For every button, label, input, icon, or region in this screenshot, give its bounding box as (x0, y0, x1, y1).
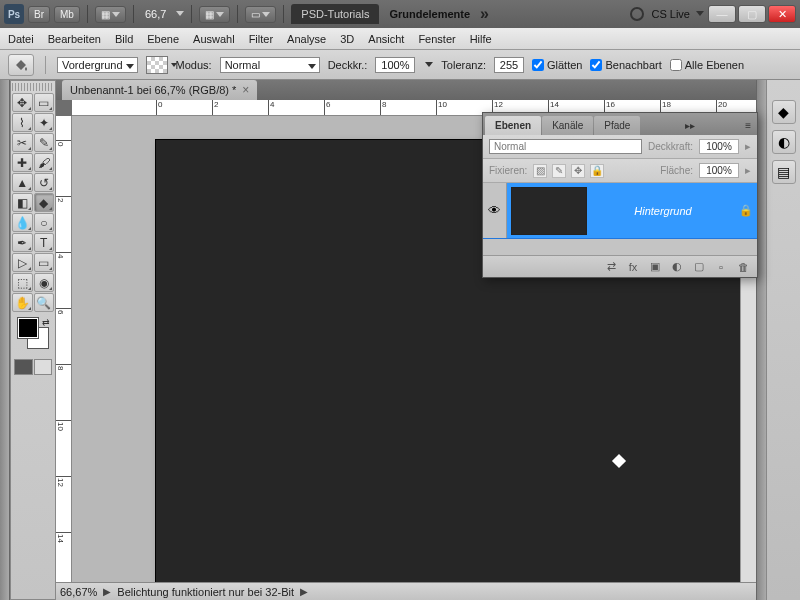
layer-blend-mode-dropdown[interactable]: Normal (489, 139, 642, 154)
pattern-swatch[interactable] (146, 56, 168, 74)
brush-tool[interactable]: 🖌 (34, 153, 55, 172)
stamp-tool[interactable]: ▲ (12, 173, 33, 192)
eraser-tool[interactable]: ◧ (12, 193, 33, 212)
left-dock-strip[interactable] (0, 80, 10, 600)
workspace-tab[interactable]: Grundelemente (383, 8, 476, 20)
all-layers-checkbox[interactable]: Alle Ebenen (670, 59, 744, 71)
3d-camera-tool[interactable]: ◉ (34, 273, 55, 292)
hand-tool[interactable]: ✋ (12, 293, 33, 312)
layer-group-icon[interactable]: ▢ (691, 260, 707, 274)
paintbucket-tool[interactable]: ◆ (34, 193, 55, 212)
shape-tool[interactable]: ▭ (34, 253, 55, 272)
mode-label: Modus: (176, 59, 212, 71)
layer-lock-icon[interactable]: 🔒 (735, 204, 757, 217)
menu-ansicht[interactable]: Ansicht (368, 33, 404, 45)
panel-menu-icon[interactable]: ≡ (739, 116, 757, 135)
workspace-more-icon[interactable]: » (480, 5, 489, 23)
zoom-level-display[interactable]: 66,7 (141, 8, 170, 20)
lock-transparency-icon[interactable]: ▨ (533, 164, 547, 178)
path-select-tool[interactable]: ▷ (12, 253, 33, 272)
menu-filter[interactable]: Filter (249, 33, 273, 45)
contiguous-checkbox[interactable]: Benachbart (590, 59, 661, 71)
layers-panel-footer: ⇄ fx ▣ ◐ ▢ ▫ 🗑 (483, 255, 757, 277)
lock-pixels-icon[interactable]: ✎ (552, 164, 566, 178)
panel-collapse-icon[interactable]: ▸▸ (679, 116, 701, 135)
ruler-vertical[interactable]: 0 2 4 6 8 10 12 14 (56, 116, 72, 582)
tab-kanaele[interactable]: Kanäle (542, 116, 593, 135)
menu-hilfe[interactable]: Hilfe (470, 33, 492, 45)
delete-layer-icon[interactable]: 🗑 (735, 260, 751, 274)
tolerance-input[interactable]: 255 (494, 57, 524, 73)
layer-fx-icon[interactable]: fx (625, 260, 641, 274)
layer-row[interactable]: 👁 Hintergrund 🔒 (483, 183, 757, 239)
standard-mode-icon[interactable] (14, 359, 33, 375)
layer-thumbnail[interactable] (511, 187, 587, 235)
3d-tool[interactable]: ⬚ (12, 273, 33, 292)
move-tool[interactable]: ✥ (12, 93, 33, 112)
tab-pfade[interactable]: Pfade (594, 116, 640, 135)
blend-mode-dropdown[interactable]: Normal (220, 57, 320, 73)
minibridge-button[interactable]: Mb (54, 6, 80, 23)
screenmode-button[interactable]: ▭ (245, 6, 276, 23)
paintbucket-tool-icon[interactable] (8, 54, 34, 76)
type-tool[interactable]: T (34, 233, 55, 252)
menu-bild[interactable]: Bild (115, 33, 133, 45)
magic-wand-tool[interactable]: ✦ (34, 113, 55, 132)
view-extras-button[interactable]: ▦ (95, 6, 126, 23)
eyedropper-tool[interactable]: ✎ (34, 133, 55, 152)
menu-fenster[interactable]: Fenster (418, 33, 455, 45)
window-maximize-button[interactable]: ▢ (738, 5, 766, 23)
layer-visibility-icon[interactable]: 👁 (483, 183, 507, 238)
new-layer-icon[interactable]: ▫ (713, 260, 729, 274)
arrange-docs-button[interactable]: ▦ (199, 6, 230, 23)
antialias-checkbox[interactable]: Glätten (532, 59, 582, 71)
lock-position-icon[interactable]: ✥ (571, 164, 585, 178)
color-swatches[interactable]: ⇄ (14, 317, 52, 353)
pen-tool[interactable]: ✒ (12, 233, 33, 252)
cslive-label[interactable]: CS Live (651, 8, 690, 20)
tab-ebenen[interactable]: Ebenen (485, 116, 541, 135)
toolbox-grip[interactable] (12, 83, 54, 91)
menu-analyse[interactable]: Analyse (287, 33, 326, 45)
color-panel-icon[interactable]: ◆ (772, 100, 796, 124)
bridge-button[interactable]: Br (28, 6, 50, 23)
foreground-color-swatch[interactable] (17, 317, 39, 339)
status-zoom[interactable]: 66,67% (60, 586, 97, 598)
layer-name[interactable]: Hintergrund (591, 205, 735, 217)
swap-colors-icon[interactable]: ⇄ (42, 317, 50, 327)
layer-fill-input[interactable]: 100% (699, 163, 739, 178)
link-layers-icon[interactable]: ⇄ (603, 260, 619, 274)
close-tab-icon[interactable]: × (242, 83, 249, 97)
zoom-tool[interactable]: 🔍 (34, 293, 55, 312)
layers-panel-icon[interactable]: ▤ (772, 160, 796, 184)
crop-tool[interactable]: ✂ (12, 133, 33, 152)
status-arrow-icon[interactable]: ▶ (103, 586, 111, 597)
marquee-tool[interactable]: ▭ (34, 93, 55, 112)
adjustment-layer-icon[interactable]: ◐ (669, 260, 685, 274)
layer-opacity-input[interactable]: 100% (699, 139, 739, 154)
document-tab[interactable]: Unbenannt-1 bei 66,7% (RGB/8) * × (62, 80, 257, 100)
document-tab-title: Unbenannt-1 bei 66,7% (RGB/8) * (70, 84, 236, 96)
layer-mask-icon[interactable]: ▣ (647, 260, 663, 274)
lock-all-icon[interactable]: 🔒 (590, 164, 604, 178)
window-minimize-button[interactable]: — (708, 5, 736, 23)
right-icon-dock: ◆ ◐ ▤ (766, 80, 800, 600)
history-brush-tool[interactable]: ↺ (34, 173, 55, 192)
menu-bearbeiten[interactable]: Bearbeiten (48, 33, 101, 45)
menu-3d[interactable]: 3D (340, 33, 354, 45)
healing-tool[interactable]: ✚ (12, 153, 33, 172)
window-close-button[interactable]: ✕ (768, 5, 796, 23)
menu-ebene[interactable]: Ebene (147, 33, 179, 45)
opacity-input[interactable]: 100% (375, 57, 415, 73)
fill-source-dropdown[interactable]: Vordergrund (57, 57, 138, 73)
menu-auswahl[interactable]: Auswahl (193, 33, 235, 45)
menu-datei[interactable]: Datei (8, 33, 34, 45)
status-menu-icon[interactable]: ▶ (300, 586, 308, 597)
dodge-tool[interactable]: ○ (34, 213, 55, 232)
blur-tool[interactable]: 💧 (12, 213, 33, 232)
tolerance-label: Toleranz: (441, 59, 486, 71)
quickmask-mode-icon[interactable] (34, 359, 53, 375)
adjustments-panel-icon[interactable]: ◐ (772, 130, 796, 154)
lasso-tool[interactable]: ⌇ (12, 113, 33, 132)
workspace-tab-active[interactable]: PSD-Tutorials (291, 4, 379, 24)
